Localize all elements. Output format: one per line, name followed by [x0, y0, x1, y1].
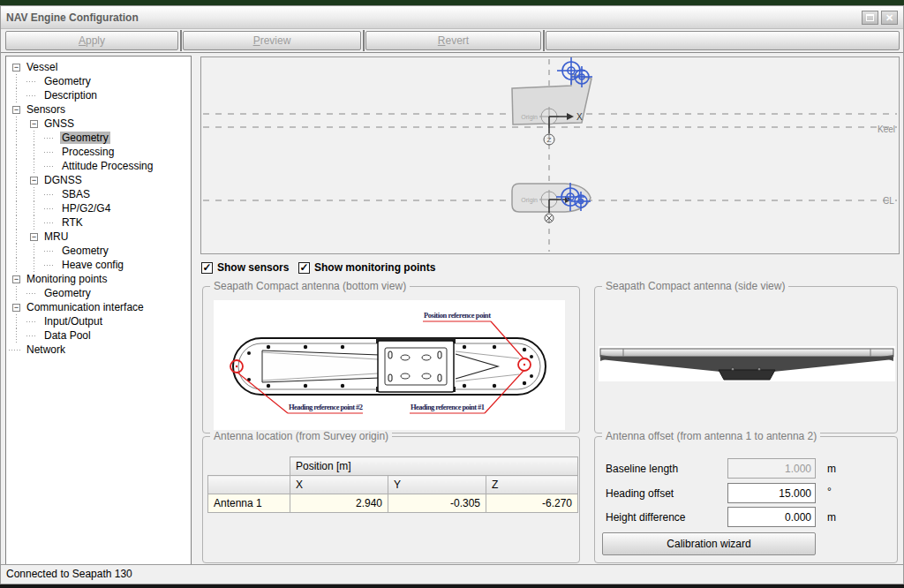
tree-item-dgnss[interactable]: −DGNSS	[6, 173, 191, 187]
preview-button[interactable]: Preview	[183, 31, 361, 50]
tree-item-attitude-processing[interactable]: Attitude Processing	[6, 159, 191, 173]
heading-ref1-annotation: Heading reference point #1	[411, 403, 485, 411]
origin-label-top: Origin	[521, 197, 538, 204]
close-button[interactable]: ✕	[881, 11, 898, 25]
height-difference-unit: m	[827, 511, 836, 524]
tree-item-gnss[interactable]: −GNSS	[6, 117, 191, 131]
tree-item-data-pool[interactable]: Data Pool	[6, 328, 191, 343]
collapse-icon[interactable]: −	[12, 106, 20, 114]
cl-label: CL	[883, 196, 894, 206]
tree-item-input-output[interactable]: Input/Output	[6, 314, 191, 328]
baseline-length-unit: m	[827, 463, 836, 475]
column-header-z: Z	[486, 476, 578, 494]
antenna-side-view-image	[599, 346, 895, 381]
checkbox-check-icon: ✓	[201, 262, 213, 274]
toolbar-separator	[180, 30, 182, 51]
bottom-view-groupbox: Seapath Compact antenna (bottom view)	[202, 286, 580, 433]
tree-item-geometry[interactable]: Geometry	[6, 74, 191, 88]
checkbox-check-icon: ✓	[298, 262, 310, 274]
collapse-icon[interactable]: −	[12, 64, 20, 72]
height-difference-row: Height difference	[606, 507, 727, 528]
keel-label: Keel	[878, 124, 895, 134]
tree-item-communication-interface[interactable]: −Communication interface	[6, 300, 191, 314]
toolbar: Apply Preview Revert	[1, 29, 903, 53]
heading-offset-unit: °	[827, 486, 832, 498]
baseline-length-row: Baseline length	[606, 458, 727, 479]
groupbox-title: Antenna offset (from antenna 1 to antenn…	[602, 430, 820, 442]
close-icon: ✕	[885, 13, 893, 23]
position-ref-annotation: Position reference point	[424, 311, 491, 320]
antenna1-z-cell[interactable]: -6.270	[486, 494, 578, 513]
maximize-icon	[866, 14, 874, 21]
origin-label-side: Origin	[521, 114, 538, 121]
x-axis-label: X	[576, 112, 583, 122]
toolbar-separator	[543, 30, 545, 51]
groupbox-title: Seapath Compact antenna (side view)	[602, 280, 788, 292]
tree-item-gnss-processing[interactable]: Processing	[6, 145, 191, 159]
tree-item-gnss-geometry[interactable]: Geometry	[6, 131, 191, 145]
baseline-length-label: Baseline length	[606, 463, 727, 475]
side-view-groupbox: Seapath Compact antenna (side view)	[594, 286, 898, 433]
collapse-icon[interactable]: −	[12, 304, 20, 312]
table-row-antenna-1: Antenna 1 2.940 -0.305 -6.270	[208, 494, 578, 513]
tree-item-heave-config[interactable]: Heave config	[6, 258, 191, 272]
window-title: NAV Engine Configuration	[6, 11, 139, 24]
tree-item-sbas[interactable]: SBAS	[6, 187, 191, 201]
column-header-y: Y	[388, 476, 486, 494]
navigation-tree: −Vessel Geometry Description −Sensors −G…	[5, 56, 192, 565]
z-axis-label: Z	[547, 136, 552, 144]
tree-item-mru[interactable]: −MRU	[6, 230, 191, 244]
antenna1-x-cell[interactable]: 2.940	[290, 494, 388, 513]
revert-button[interactable]: Revert	[365, 31, 541, 50]
column-header-x: X	[290, 476, 388, 494]
heading-offset-row: Heading offset	[606, 483, 727, 504]
table-column-header-row: X Y Z	[208, 476, 578, 494]
groupbox-title: Antenna location (from Survey origin)	[210, 430, 392, 442]
antenna-bottom-view-image: Position reference point Heading referen…	[214, 300, 565, 430]
tree-item-network[interactable]: Network	[6, 343, 191, 357]
show-sensors-checkbox[interactable]: ✓ Show sensors	[201, 261, 289, 274]
collapse-icon[interactable]: −	[30, 120, 38, 128]
toolbar-separator	[363, 30, 365, 51]
tree-item-mru-geometry[interactable]: Geometry	[6, 244, 191, 258]
vessel-diagram-panel: Keel CL Origin	[200, 57, 900, 254]
tree-item-hp-g2-g4[interactable]: HP/G2/G4	[6, 201, 191, 215]
height-difference-input[interactable]	[727, 507, 816, 527]
tree-item-description[interactable]: Description	[6, 88, 191, 102]
row-label: Antenna 1	[208, 494, 290, 513]
show-monitoring-points-checkbox[interactable]: ✓ Show monitoring points	[298, 261, 435, 274]
antenna-location-groupbox: Antenna location (from Survey origin) Po…	[202, 436, 580, 563]
heading-ref2-annotation: Heading reference point #2	[289, 403, 363, 411]
antenna-location-table: Position [m] X Y Z Antenna 1 2.940 -0.30…	[207, 456, 578, 513]
title-bar: NAV Engine Configuration ✕	[1, 6, 903, 29]
heading-offset-label: Heading offset	[606, 487, 727, 500]
antenna1-y-cell[interactable]: -0.305	[388, 494, 486, 513]
tree-item-vessel[interactable]: −Vessel	[6, 60, 191, 74]
collapse-icon[interactable]: −	[12, 275, 20, 283]
groupbox-title: Seapath Compact antenna (bottom view)	[210, 280, 410, 292]
heading-offset-input[interactable]	[727, 483, 816, 503]
tree-item-rtk[interactable]: RTK	[6, 215, 191, 230]
maximize-button[interactable]	[862, 11, 878, 25]
toolbar-filler	[546, 31, 900, 50]
vessel-diagram: Keel CL Origin	[201, 57, 899, 253]
collapse-icon[interactable]: −	[30, 177, 38, 185]
tree-item-monitoring-geometry[interactable]: Geometry	[6, 286, 191, 300]
window-controls: ✕	[862, 11, 898, 25]
apply-button[interactable]: Apply	[5, 31, 178, 50]
tree-item-monitoring-points[interactable]: −Monitoring points	[6, 272, 191, 286]
application: NAV Engine Configuration ✕ Apply Preview…	[0, 0, 904, 588]
table-group-header-row: Position [m]	[208, 457, 578, 476]
baseline-length-input	[727, 458, 816, 479]
collapse-icon[interactable]: −	[30, 233, 38, 241]
status-text: Connected to Seapath 130	[6, 568, 132, 580]
status-bar: Connected to Seapath 130	[1, 564, 903, 584]
antenna-offset-groupbox: Antenna offset (from antenna 1 to antenn…	[594, 436, 898, 563]
height-difference-label: Height difference	[606, 511, 727, 524]
nav-engine-configuration-window: NAV Engine Configuration ✕ Apply Preview…	[0, 5, 904, 584]
position-m-header: Position [m]	[290, 457, 578, 476]
tree-item-sensors[interactable]: −Sensors	[6, 102, 191, 117]
calibration-wizard-button[interactable]: Calibration wizard	[602, 532, 816, 555]
